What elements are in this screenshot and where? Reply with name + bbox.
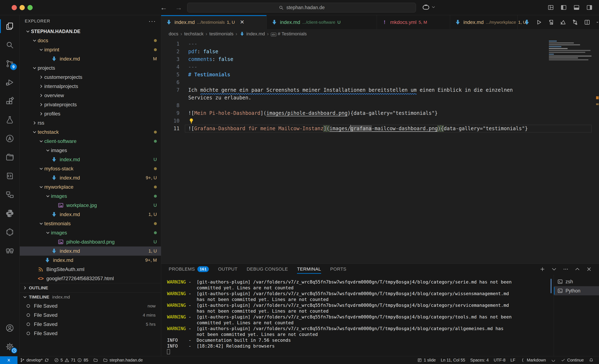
tree-item-testimonials[interactable]: testimonials: [20, 219, 161, 228]
tree-item-pihole-dashboard-png[interactable]: pihole-dashboard.pngU: [20, 237, 161, 247]
editor-line[interactable]: 4---: [161, 63, 599, 71]
terminal-output[interactable]: WARNING - [git-authors-plugin] /var/fold…: [161, 275, 554, 356]
status-workspace-name[interactable]: stephan.hadan.de: [100, 356, 145, 364]
editor-line[interactable]: 9![Mein Pi-hole-Dashboard](images/pihole…: [161, 109, 599, 117]
tree-item-workplace-jpg[interactable]: workplace.jpgU: [20, 201, 161, 210]
command-center-search[interactable]: stephan.hadan.de: [187, 3, 416, 12]
tree-item-myfoss-stack[interactable]: myfoss-stack: [20, 164, 161, 173]
close-tab-button[interactable]: ✕: [240, 19, 244, 25]
status-language-mode[interactable]: Markdown: [518, 356, 548, 364]
layout-grid-icon[interactable]: [547, 4, 554, 11]
editor-line[interactable]: 8: [161, 102, 599, 109]
ellipsis-icon[interactable]: [563, 266, 569, 272]
toggle-sidebar-right-icon[interactable]: [586, 4, 593, 11]
editor-line[interactable]: 7Ich möchte gerne ein paar Screenshots m…: [161, 86, 599, 94]
tree-item-images[interactable]: images: [20, 192, 161, 201]
tree-item-overview[interactable]: overview: [20, 91, 161, 100]
status-continue-button[interactable]: Continue: [558, 356, 586, 364]
status-loading-indicator[interactable]: [548, 356, 558, 364]
breadcrumb-item[interactable]: techstack: [184, 31, 203, 37]
activity-python-button[interactable]: [0, 204, 20, 223]
terminal-instance-zsh[interactable]: zsh: [554, 277, 599, 286]
editor-line[interactable]: Services zu erlauben.: [161, 94, 599, 102]
editor-line[interactable]: 2pdf: false: [161, 48, 599, 55]
tree-item-projects[interactable]: projects: [20, 63, 161, 73]
status-marp-slides[interactable]: 1 slide: [415, 356, 438, 364]
toggle-panel-icon[interactable]: [573, 4, 580, 11]
ellipsis-icon[interactable]: [596, 19, 599, 26]
status-git-branch[interactable]: develop*: [18, 356, 52, 364]
status-indentation[interactable]: Spaces: 4: [468, 356, 491, 364]
close-icon[interactable]: [586, 266, 592, 272]
tree-item-internalprojects[interactable]: internalprojects: [20, 82, 161, 91]
status-folder-indicator[interactable]: [91, 356, 100, 364]
navigate-back-button[interactable]: ←: [160, 4, 167, 12]
tree-item-myworkplace[interactable]: myworkplace: [20, 182, 161, 192]
minimize-window-button[interactable]: [19, 5, 25, 10]
terminal-instance-python[interactable]: Python: [554, 286, 599, 295]
status-notifications-bell[interactable]: [586, 356, 596, 364]
panel-tab-output[interactable]: OUTPUT: [218, 264, 237, 275]
panel-tab-ports[interactable]: PORTS: [330, 264, 346, 275]
close-window-button[interactable]: [12, 5, 17, 10]
timeline-entry[interactable]: File Saved: [20, 329, 161, 338]
tree-item-googlef727264f56832057-html[interactable]: <>googlef727264f56832057.html: [20, 274, 161, 283]
tree-item-images[interactable]: images: [20, 228, 161, 237]
outline-section-header[interactable]: OUTLINE: [20, 283, 161, 292]
tree-item-index-md[interactable]: index.md9+, M: [20, 256, 161, 265]
preview-search-icon[interactable]: [548, 19, 554, 26]
zoom-window-button[interactable]: [27, 5, 33, 10]
editor-line[interactable]: 5# Testimonials: [161, 71, 599, 79]
breadcrumb-item[interactable]: docs: [169, 31, 178, 37]
status-encoding[interactable]: UTF-8: [491, 356, 508, 364]
editor-tab-index-md-0[interactable]: index.md.../testimonials1, U✕: [161, 15, 267, 29]
tree-item-index-md[interactable]: index.mdU: [20, 155, 161, 164]
status-remote-indicator[interactable]: [0, 356, 18, 364]
plus-icon[interactable]: [539, 266, 545, 272]
tree-item-index-md[interactable]: index.md1, U: [20, 247, 161, 256]
panel-tab-debug-console[interactable]: DEBUG CONSOLE: [247, 264, 288, 275]
editor-tab-index-md-1[interactable]: index.md.../client-softwareU: [267, 15, 377, 29]
activity-accounts-button[interactable]: [0, 319, 20, 337]
editor[interactable]: 1---2pdf: false3comments: false4---5# Te…: [161, 38, 599, 264]
tree-item-imprint[interactable]: imprint: [20, 45, 161, 54]
toggle-sidebar-left-icon[interactable]: [560, 4, 567, 11]
lightbulb-icon[interactable]: [188, 118, 194, 124]
status-eol[interactable]: LF: [508, 356, 518, 364]
activity-search-button[interactable]: [0, 36, 20, 54]
chevron-down-icon[interactable]: [551, 266, 557, 272]
editor-line[interactable]: 3comments: false: [161, 55, 599, 63]
run-icon[interactable]: [536, 19, 542, 26]
activity-hexagon-button[interactable]: [0, 223, 20, 241]
activity-docs-book-button[interactable]: [0, 167, 20, 185]
activity-remote-boxes-button[interactable]: [0, 185, 20, 204]
breadcrumb-item[interactable]: index.md: [239, 31, 265, 37]
terminal-scrollbar[interactable]: [551, 279, 552, 293]
timeline-entry[interactable]: File Saved5 hrs: [20, 320, 161, 329]
status-problems-summary[interactable]: 57185: [52, 356, 91, 364]
tree-item-client-software[interactable]: client-software: [20, 137, 161, 146]
tree-item-profiles[interactable]: profiles: [20, 109, 161, 118]
activity-source-control-button[interactable]: 9: [0, 54, 20, 73]
chevron-up-icon[interactable]: [574, 266, 580, 272]
tree-item-index-md[interactable]: index.md1, U: [20, 210, 161, 219]
timeline-entry[interactable]: File Savednow: [20, 302, 161, 311]
activity-files-button[interactable]: [0, 17, 20, 36]
breadcrumb-item[interactable]: testimonials: [209, 31, 233, 37]
minimap[interactable]: [549, 41, 594, 61]
editor-line[interactable]: 6: [161, 79, 599, 86]
activity-copilot-chat-button[interactable]: [0, 241, 20, 260]
tree-item-privateprojects[interactable]: privateprojects: [20, 100, 161, 109]
compare-changes-icon[interactable]: [572, 19, 578, 26]
activity-project-folder-button[interactable]: [0, 148, 20, 167]
activity-ansible-button[interactable]: [0, 129, 20, 148]
editor-line[interactable]: 1---: [161, 40, 599, 48]
editor-line-current[interactable]: 11![Grafana-Dashboard für meine Mailcow-…: [161, 125, 599, 133]
navigate-forward-button[interactable]: →: [175, 4, 182, 12]
panel-tab-problems[interactable]: PROBLEMS161: [169, 264, 209, 275]
split-editor-icon[interactable]: [584, 19, 590, 26]
tree-item-rss[interactable]: rss: [20, 118, 161, 127]
markdown-preview-icon[interactable]: [560, 19, 566, 26]
tree-item-index-md[interactable]: index.mdM: [20, 54, 161, 63]
status-cursor-position[interactable]: Ln 11, Col 55: [438, 356, 468, 364]
